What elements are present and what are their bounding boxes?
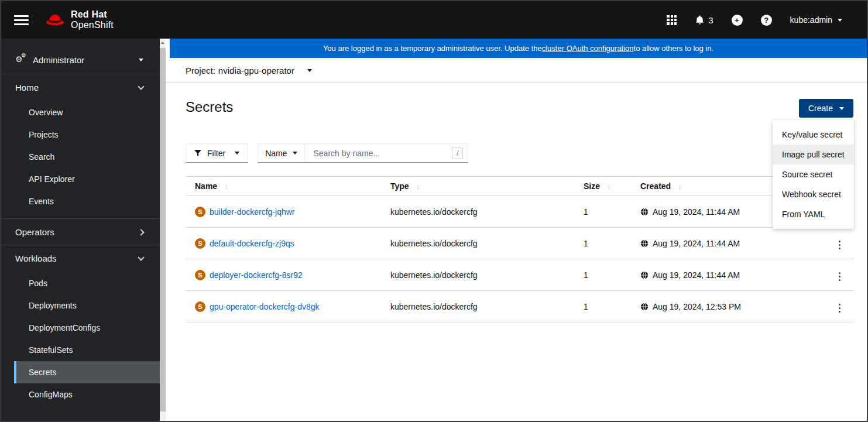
create-button[interactable]: Create — [799, 99, 853, 118]
column-header-name[interactable]: Name↕ — [186, 177, 381, 196]
list-toolbar: Filter Name / — [186, 143, 853, 163]
project-name: nvidia-gpu-operator — [218, 66, 294, 76]
nav-section-label: Operators — [15, 227, 54, 237]
project-bar: Project: nvidia-gpu-operator — [166, 58, 867, 83]
caret-down-icon — [839, 107, 844, 110]
chevron-down-icon — [138, 254, 144, 260]
brand-line1: Red Hat — [71, 9, 114, 20]
create-button-label: Create — [808, 104, 833, 113]
sidebar-item-configmaps[interactable]: ConfigMaps — [14, 383, 160, 406]
secret-size: 1 — [574, 259, 631, 291]
page-scrollbar[interactable] — [160, 39, 166, 421]
column-header-size[interactable]: Size↕ — [574, 177, 631, 196]
nav-section-label: Workloads — [15, 253, 57, 263]
scrollbar-thumb[interactable] — [160, 48, 166, 411]
secret-type: kubernetes.io/dockercfg — [381, 228, 574, 259]
search-input[interactable] — [312, 148, 452, 159]
nav-section-home[interactable]: Home — [1, 74, 160, 100]
nav-toggle-icon[interactable] — [14, 15, 29, 25]
menu-item-source-secret[interactable]: Source secret — [773, 164, 854, 184]
caret-down-icon — [838, 19, 842, 22]
quick-create-icon[interactable]: + — [732, 15, 743, 26]
gears-icon: ⚙⚙ — [15, 54, 27, 65]
masthead: Red Hat OpenShift 3 + ? kube:admin — [1, 1, 867, 39]
sidebar-item-deployments[interactable]: Deployments — [14, 294, 160, 317]
home-subnav: Overview Projects Search API Explorer Ev… — [14, 101, 160, 212]
secret-badge-icon: S — [195, 238, 205, 249]
globe-icon — [640, 271, 649, 279]
kebab-menu-button[interactable] — [835, 301, 844, 315]
menu-item-from-yaml[interactable]: From YAML — [773, 204, 854, 224]
column-header-type[interactable]: Type↕ — [381, 177, 574, 196]
notification-bell-button[interactable]: 3 — [695, 15, 713, 25]
app-launcher-icon[interactable] — [667, 15, 677, 25]
menu-item-image-pull-secret[interactable]: Image pull secret — [773, 145, 854, 164]
kebab-menu-button[interactable] — [835, 238, 844, 252]
perspective-switcher[interactable]: ⚙⚙ Administrator — [1, 46, 160, 74]
help-icon[interactable]: ? — [761, 15, 772, 26]
sidebar-item-secrets[interactable]: Secrets — [14, 361, 160, 383]
secret-type: kubernetes.io/dockercfg — [381, 259, 574, 291]
sort-icon[interactable]: ↕ — [416, 182, 420, 191]
sort-icon[interactable]: ↕ — [224, 182, 228, 191]
nav-section-label: Home — [15, 83, 39, 92]
oauth-config-link[interactable]: cluster OAuth configuration — [542, 44, 634, 53]
sidebar-item-search[interactable]: Search — [14, 146, 160, 168]
sort-icon[interactable]: ↕ — [678, 182, 682, 191]
user-menu[interactable]: kube:admin — [790, 15, 842, 25]
secret-badge-icon: S — [195, 270, 205, 280]
search-shortcut-badge: / — [452, 147, 463, 159]
table-row: Sdefault-dockercfg-zj9qs kubernetes.io/d… — [186, 228, 853, 259]
question-glyph: ? — [764, 16, 768, 25]
create-dropdown-menu: Key/value secret Image pull secret Sourc… — [773, 120, 854, 229]
chevron-down-icon — [138, 83, 144, 90]
main-area: You are logged in as a temporary adminis… — [166, 39, 867, 421]
banner-text-suffix: to allow others to log in. — [634, 44, 714, 53]
kebab-menu-button[interactable] — [835, 270, 844, 283]
sidebar-item-api-explorer[interactable]: API Explorer — [14, 168, 160, 190]
sidebar-item-overview[interactable]: Overview — [14, 101, 160, 123]
project-label: Project: — [186, 66, 215, 76]
app-window: Red Hat OpenShift 3 + ? kube:admin — [0, 0, 868, 422]
secret-badge-icon: S — [195, 207, 205, 217]
globe-icon — [640, 208, 649, 216]
nav-section-operators[interactable]: Operators — [1, 218, 160, 245]
filter-dropdown[interactable]: Filter — [186, 143, 248, 163]
scrollbar-up-arrow-icon[interactable] — [161, 42, 164, 44]
project-selector-caret-icon[interactable] — [307, 69, 312, 72]
sidebar-item-projects[interactable]: Projects — [14, 123, 160, 146]
caret-down-icon — [235, 152, 239, 155]
caret-down-icon — [293, 152, 297, 155]
secret-size: 1 — [574, 291, 631, 322]
sidebar-item-pods[interactable]: Pods — [14, 272, 160, 294]
redhat-openshift-logo: Red Hat OpenShift — [44, 9, 114, 31]
sort-icon[interactable]: ↕ — [607, 182, 611, 191]
temp-admin-banner: You are logged in as a temporary adminis… — [170, 39, 867, 58]
secret-name-link[interactable]: default-dockercfg-zj9qs — [210, 239, 294, 248]
bell-icon — [695, 15, 705, 25]
username: kube:admin — [790, 15, 832, 25]
table-row: Sdeployer-dockercfg-8sr92 kubernetes.io/… — [186, 259, 853, 291]
filter-funnel-icon — [194, 150, 201, 157]
page-title: Secrets — [186, 99, 233, 115]
secret-type: kubernetes.io/dockercfg — [381, 291, 574, 322]
redhat-fedora-icon — [44, 12, 66, 28]
menu-item-key-value-secret[interactable]: Key/value secret — [773, 125, 854, 145]
secret-name-link[interactable]: builder-dockercfg-jqhwr — [210, 207, 295, 217]
name-filter-dropdown[interactable]: Name — [258, 144, 305, 162]
secret-created: Aug 19, 2024, 11:44 AM — [653, 270, 740, 280]
secret-name-link[interactable]: deployer-dockercfg-8sr92 — [210, 270, 303, 280]
secret-name-link[interactable]: gpu-operator-dockercfg-dv8gk — [210, 302, 320, 311]
globe-icon — [640, 239, 649, 248]
nav-section-workloads[interactable]: Workloads — [1, 245, 160, 271]
secret-created: Aug 19, 2024, 11:44 AM — [653, 207, 740, 217]
sidebar-item-events[interactable]: Events — [14, 190, 160, 212]
menu-item-webhook-secret[interactable]: Webhook secret — [773, 184, 854, 204]
secret-size: 1 — [574, 196, 631, 228]
filter-label: Filter — [207, 149, 225, 158]
workloads-subnav: Pods Deployments DeploymentConfigs State… — [14, 272, 160, 406]
sidebar-item-deploymentconfigs[interactable]: DeploymentConfigs — [14, 317, 160, 339]
secret-created: Aug 19, 2024, 11:44 AM — [653, 239, 740, 248]
sidebar-item-statefulsets[interactable]: StatefulSets — [14, 339, 160, 361]
secrets-table: Name↕ Type↕ Size↕ Created↕ Sbuilder-dock… — [186, 176, 853, 322]
